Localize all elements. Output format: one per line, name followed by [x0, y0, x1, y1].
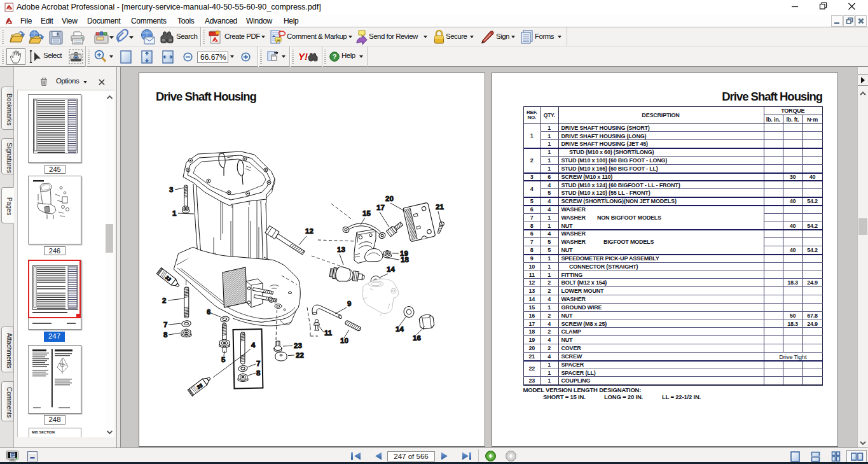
svg-text:4: 4 [251, 341, 256, 349]
svg-text:3: 3 [169, 186, 173, 193]
svg-text:8: 8 [163, 331, 168, 339]
svg-text:20: 20 [385, 195, 394, 202]
svg-text:14: 14 [396, 325, 404, 333]
svg-text:7: 7 [256, 360, 260, 367]
svg-text:6: 6 [207, 308, 210, 316]
svg-text:19: 19 [400, 250, 408, 257]
svg-text:21: 21 [436, 203, 444, 211]
svg-text:22: 22 [296, 351, 304, 359]
svg-text:?: ? [333, 53, 337, 60]
svg-text:15: 15 [362, 209, 371, 217]
svg-text:11: 11 [324, 329, 333, 337]
svg-text:23: 23 [294, 342, 302, 349]
svg-text:7: 7 [163, 321, 167, 328]
svg-text:2: 2 [162, 297, 166, 304]
svg-text:16: 16 [413, 334, 421, 342]
svg-text:5: 5 [221, 356, 226, 363]
svg-text:1: 1 [172, 209, 177, 217]
svg-text:17: 17 [376, 204, 385, 211]
svg-text:13: 13 [337, 246, 345, 253]
svg-text:12: 12 [305, 227, 313, 235]
svg-text:9: 9 [347, 300, 351, 307]
svg-text:8: 8 [256, 369, 261, 377]
svg-text:14: 14 [387, 265, 395, 273]
